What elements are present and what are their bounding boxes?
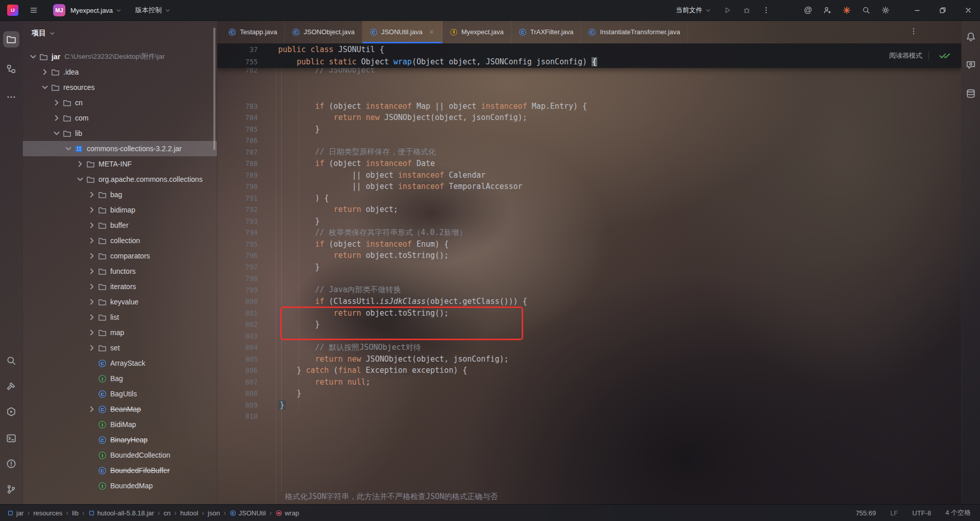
tree-item-BoundedMap[interactable]: IBoundedMap [22, 478, 217, 493]
main-menu-button[interactable] [27, 3, 41, 18]
chevron-down-icon[interactable] [29, 52, 38, 61]
tab-close-icon[interactable] [428, 29, 435, 35]
code-with-me-button[interactable] [819, 3, 836, 18]
vcs-widget[interactable]: 版本控制 [135, 6, 171, 15]
line-number[interactable]: 792 [217, 205, 258, 214]
line-number[interactable]: 808 [217, 389, 258, 397]
line-number[interactable]: 796 [217, 251, 258, 259]
tool-window-button-version-control[interactable] [3, 481, 19, 498]
settings-button[interactable] [877, 3, 894, 18]
line-number[interactable]: 800 [217, 297, 258, 305]
chevron-right-icon[interactable] [87, 313, 96, 322]
file-encoding[interactable]: UTF-8 [912, 509, 931, 517]
more-actions-button[interactable] [757, 3, 775, 18]
tree-item-collection[interactable]: collection [22, 233, 217, 248]
tree-item-cn[interactable]: cn [22, 95, 217, 110]
tree-item-BeanMap[interactable]: CBeanMap [22, 401, 217, 417]
tree-item-org.apache.commons.collections[interactable]: org.apache.commons.collections [22, 172, 217, 187]
line-number[interactable]: 789 [217, 171, 258, 179]
project-scrollbar[interactable] [213, 28, 215, 150]
line-number[interactable]: 793 [217, 217, 258, 225]
line-number[interactable]: 785 [217, 125, 258, 133]
breadcrumb-json[interactable]: json [208, 509, 220, 517]
tree-item-buffer[interactable]: buffer [22, 218, 217, 233]
tree-item-comparators[interactable]: comparators [22, 248, 217, 264]
window-restore-button[interactable] [931, 0, 954, 20]
chevron-right-icon[interactable] [76, 159, 85, 169]
chevron-right-icon[interactable] [87, 267, 96, 276]
chevron-right-icon[interactable] [87, 405, 96, 414]
chevron-right-icon[interactable] [87, 190, 96, 199]
tool-window-button-notifications[interactable] [963, 29, 979, 45]
tree-item-lib[interactable]: lib [22, 126, 217, 141]
line-number[interactable]: 807 [217, 378, 258, 386]
ai-assistant-button[interactable]: @ [799, 3, 817, 18]
tree-item-BagUtils[interactable]: CBagUtils [22, 386, 217, 401]
breadcrumb-wrap[interactable]: mwrap [276, 509, 299, 517]
tree-item-iterators[interactable]: iterators [22, 279, 217, 294]
line-number[interactable]: 784 [217, 113, 258, 122]
project-panel-header[interactable]: 项目 [22, 20, 217, 43]
breadcrumb-hutool-all-5.8.18.jar[interactable]: hutool-all-5.8.18.jar [88, 509, 154, 517]
tab-JSONUtil.java[interactable]: CJSONUtil.java [362, 20, 443, 43]
tab-Myexpect.java[interactable]: Myexpect.java [443, 20, 511, 43]
tool-window-button-problems[interactable] [3, 456, 19, 472]
ai-sparkle-button[interactable] [838, 3, 855, 18]
tool-window-button-structure[interactable] [3, 61, 19, 77]
line-number[interactable]: 787 [217, 148, 258, 156]
tab-Testapp.java[interactable]: CTestapp.java [221, 20, 285, 43]
tree-item-BoundedFifoBuffer[interactable]: CBoundedFifoBuffer [22, 463, 217, 478]
chevron-down-icon[interactable] [40, 83, 50, 92]
tab-JSONObject.java[interactable]: CJSONObject.java [285, 20, 362, 43]
line-number[interactable]: 802 [217, 320, 258, 328]
breadcrumb-JSONUtil[interactable]: CJSONUtil [230, 509, 266, 517]
tool-window-button-services[interactable] [3, 404, 19, 420]
line-number[interactable]: 798 [217, 274, 258, 282]
tool-window-button-terminal[interactable] [3, 430, 19, 446]
code-editor-surface[interactable]: 782 // JSONObject 783 if (object instanc… [217, 43, 962, 505]
line-number[interactable]: 806 [217, 366, 258, 374]
breadcrumb-resources[interactable]: resources [33, 509, 62, 517]
chevron-right-icon[interactable] [87, 343, 96, 352]
chevron-right-icon[interactable] [40, 67, 50, 77]
tree-item-BoundedCollection[interactable]: IBoundedCollection [22, 447, 217, 463]
line-number[interactable]: 788 [217, 159, 258, 168]
line-number[interactable]: 791 [217, 194, 258, 202]
line-number[interactable]: 804 [217, 343, 258, 351]
tree-item-keyvalue[interactable]: keyvalue [22, 294, 217, 310]
line-number[interactable]: 794 [217, 228, 258, 236]
project-widget[interactable]: Myexpect.java [70, 7, 122, 14]
tool-window-button-find[interactable] [3, 352, 19, 369]
tab-list-more-icon[interactable] [910, 27, 918, 35]
chevron-right-icon[interactable] [87, 205, 96, 215]
tree-item-list[interactable]: list [22, 310, 217, 325]
tree-item-bidimap[interactable]: bidimap [22, 202, 217, 218]
tree-item-resources[interactable]: resources [22, 80, 217, 95]
reader-mode-widget[interactable]: 阅读器模式 [889, 51, 929, 60]
breadcrumb-jar[interactable]: jar [7, 509, 23, 517]
search-everywhere-button[interactable] [857, 3, 875, 18]
window-minimize-button[interactable] [905, 0, 929, 20]
line-number[interactable]: 803 [217, 332, 258, 340]
line-number[interactable]: 801 [217, 309, 258, 317]
tree-item-jar[interactable]: jarC:\Users\23232\Desktop\附件\jar [22, 49, 217, 64]
breadcrumb-cn[interactable]: cn [164, 509, 171, 517]
chevron-right-icon[interactable] [87, 282, 96, 291]
tree-item-.idea[interactable]: .idea [22, 64, 217, 80]
line-separator[interactable]: LF [890, 509, 898, 517]
chevron-right-icon[interactable] [52, 113, 61, 123]
indent-style[interactable]: 4 个空格 [945, 508, 971, 517]
chevron-down-icon[interactable] [76, 175, 85, 184]
breadcrumb-lib[interactable]: lib [72, 509, 79, 517]
run-button[interactable] [719, 3, 736, 18]
line-number[interactable]: 810 [217, 412, 258, 420]
line-number[interactable]: 790 [217, 182, 258, 191]
project-badge[interactable]: MJ [53, 4, 65, 16]
line-number[interactable]: 37 [217, 45, 258, 54]
tree-item-set[interactable]: set [22, 340, 217, 356]
tab-TrAXFilter.java[interactable]: CTrAXFilter.java [511, 20, 581, 43]
line-number[interactable]: 805 [217, 355, 258, 363]
tool-window-button-build[interactable] [3, 378, 19, 394]
caret-position[interactable]: 755:69 [855, 509, 876, 517]
tree-item-bag[interactable]: bag [22, 187, 217, 202]
